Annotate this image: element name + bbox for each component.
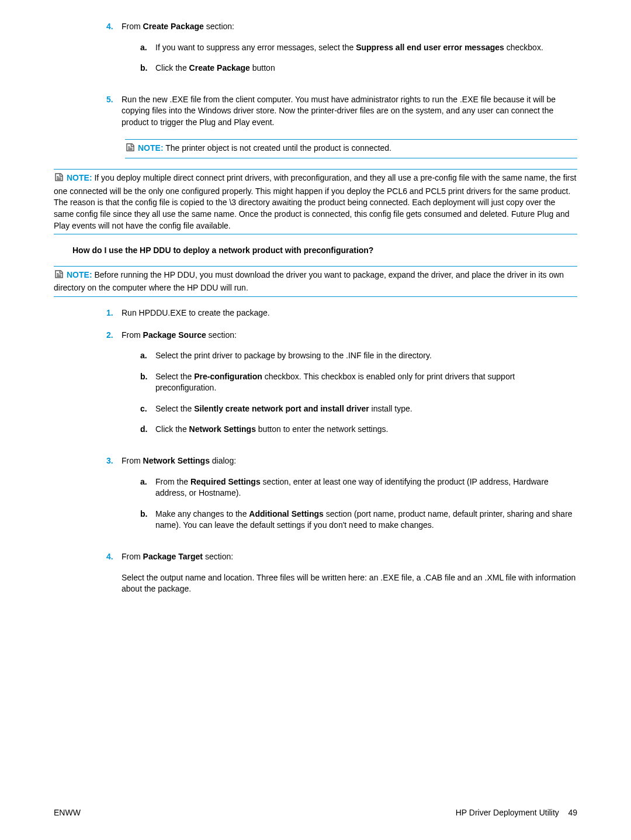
list-letter: d. (140, 424, 155, 435)
list-letter: b. (140, 509, 155, 531)
footer-section-title: HP Driver Deployment Utility (456, 808, 559, 817)
list-body: Make any changes to the Additional Setti… (155, 509, 577, 531)
page-footer: ENWW HP Driver Deployment Utility 49 (54, 807, 577, 819)
bold-text: Create Package (189, 63, 250, 72)
list-number: 4. (106, 551, 122, 603)
bold-text: Additional Settings (249, 509, 324, 518)
list-letter: b. (140, 63, 155, 74)
note-icon (125, 142, 136, 156)
section-heading: How do I use the HP DDU to deploy a netw… (72, 245, 577, 257)
footer-left: ENWW (54, 807, 81, 819)
text: section: (203, 552, 233, 561)
list-item-4b2: 4. From Package Target section: Select t… (106, 551, 577, 603)
list-item-3a: a. From the Required Settings section, e… (140, 476, 577, 499)
text: button (250, 63, 275, 72)
note-label: NOTE: (67, 270, 92, 279)
text: From (122, 552, 143, 561)
list-item-3b: b. Make any changes to the Additional Se… (140, 509, 577, 531)
list-item-2: 2. From Package Source section: a. Selec… (106, 330, 577, 445)
list-body: Select the print driver to package by br… (155, 350, 577, 362)
text: Select the (155, 372, 194, 381)
list-item-1: 1. Run HPDDU.EXE to create the package. (106, 307, 577, 319)
bold-text: Silently create network port and install… (194, 404, 369, 413)
note-text: If you deploy multiple direct connect pr… (54, 173, 576, 230)
note-box: NOTE: If you deploy multiple direct conn… (54, 169, 577, 234)
text: Click the (155, 63, 189, 72)
list-body: Run the new .EXE file from the client co… (122, 94, 577, 129)
bold-text: Pre-configuration (194, 372, 262, 381)
bold-text: Create Package (143, 22, 204, 31)
list-item-4: 4. From Create Package section: a. If yo… (106, 21, 577, 84)
text: From (122, 456, 143, 465)
list-body: From Package Source section: a. Select t… (122, 330, 577, 445)
text: From (122, 22, 143, 31)
note-box: NOTE: Before running the HP DDU, you mus… (54, 266, 577, 297)
list-body: Run HPDDU.EXE to create the package. (122, 307, 577, 319)
list-item-4b: b. Click the Create Package button (140, 63, 577, 74)
list-item-2d: d. Click the Network Settings button to … (140, 424, 577, 435)
list-number: 1. (106, 307, 122, 319)
list-body: Select the Silently create network port … (155, 403, 577, 415)
text: section: (204, 22, 234, 31)
bold-text: Required Settings (190, 477, 261, 486)
list-item-2a: a. Select the print driver to package by… (140, 350, 577, 362)
text: section: (206, 330, 237, 340)
bold-text: Network Settings (189, 424, 256, 434)
list-letter: a. (140, 42, 155, 54)
note-text: Before running the HP DDU, you must down… (54, 270, 564, 293)
list-letter: c. (140, 403, 155, 415)
note-icon (54, 172, 64, 186)
list-body: If you want to suppress any error messag… (155, 42, 577, 54)
list-number: 5. (106, 94, 122, 129)
page-content: 4. From Create Package section: a. If yo… (54, 21, 577, 603)
note-icon (54, 269, 64, 283)
text: Select the (155, 404, 194, 413)
bold-text: Package Target (143, 552, 203, 561)
footer-right: HP Driver Deployment Utility 49 (456, 807, 577, 819)
list-number: 4. (106, 21, 122, 84)
list-body: Click the Network Settings button to ent… (155, 424, 577, 435)
note-label: NOTE: (138, 143, 164, 153)
list-body: From Create Package section: a. If you w… (122, 21, 577, 84)
list-body: From Package Target section: Select the … (122, 551, 577, 603)
text: install type. (369, 404, 412, 413)
list-item-3: 3. From Network Settings dialog: a. From… (106, 455, 577, 541)
bold-text: Network Settings (143, 456, 210, 465)
list-body: From Network Settings dialog: a. From th… (122, 455, 577, 541)
list-letter: b. (140, 371, 155, 394)
text: Click the (155, 424, 189, 434)
bold-text: Suppress all end user error messages (356, 43, 504, 52)
list-item-2c: c. Select the Silently create network po… (140, 403, 577, 415)
list-item-4a: a. If you want to suppress any error mes… (140, 42, 577, 54)
bold-text: Package Source (143, 330, 206, 340)
text: Make any changes to the (155, 509, 249, 518)
text: From the (155, 477, 190, 486)
list-number: 2. (106, 330, 122, 445)
note-text: The printer object is not created until … (164, 143, 391, 153)
list-item-5: 5. Run the new .EXE file from the client… (106, 94, 577, 129)
note-box: NOTE: The printer object is not created … (125, 139, 577, 159)
text: checkbox. (504, 43, 543, 52)
text: button to enter the network settings. (256, 424, 388, 434)
paragraph: Select the output name and location. Thr… (122, 572, 577, 595)
list-body: Click the Create Package button (155, 63, 577, 74)
list-letter: a. (140, 476, 155, 499)
text: From (122, 330, 143, 340)
list-item-2b: b. Select the Pre-configuration checkbox… (140, 371, 577, 394)
list-body: From the Required Settings section, ente… (155, 476, 577, 499)
list-number: 3. (106, 455, 122, 541)
text: dialog: (210, 456, 236, 465)
text: If you want to suppress any error messag… (155, 43, 356, 52)
list-body: Select the Pre-configuration checkbox. T… (155, 371, 577, 394)
list-letter: a. (140, 350, 155, 362)
footer-page-number: 49 (568, 808, 577, 817)
note-label: NOTE: (67, 173, 92, 182)
